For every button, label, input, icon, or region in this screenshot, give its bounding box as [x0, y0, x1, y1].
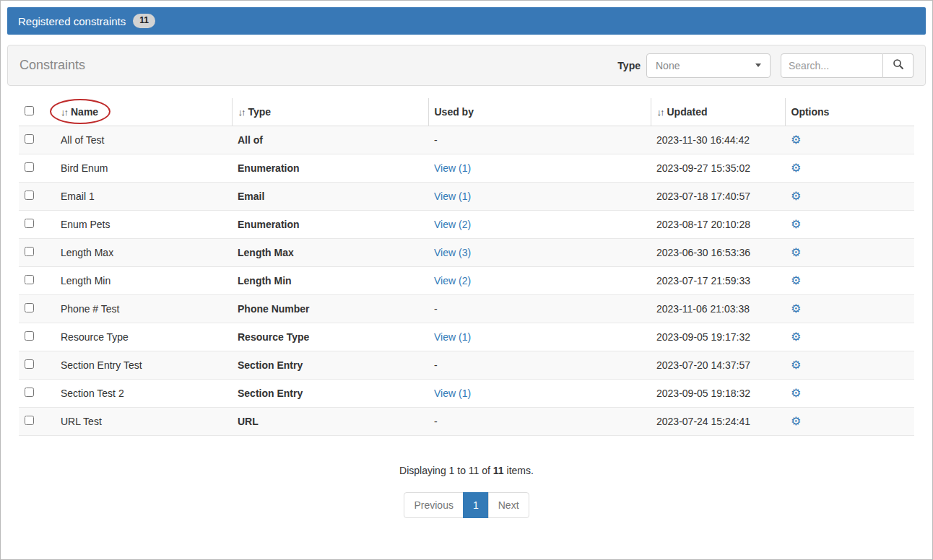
row-checkbox[interactable]: [25, 191, 34, 200]
table-row: Resource Type Resource Type View (1) 202…: [19, 323, 914, 351]
cell-name: Enum Pets: [55, 211, 232, 239]
row-checkbox[interactable]: [25, 388, 34, 397]
column-header-options: Options: [785, 98, 914, 126]
row-checkbox[interactable]: [25, 162, 34, 172]
cell-updated: 2023-09-05 19:18:32: [651, 380, 785, 408]
cell-updated: 2023-08-17 20:10:28: [651, 211, 785, 239]
pagination-next[interactable]: Next: [488, 492, 529, 518]
panel-title: Constraints: [19, 58, 85, 73]
row-select-cell: [19, 351, 55, 380]
gear-icon[interactable]: ⚙: [791, 359, 801, 371]
type-filter-label: Type: [617, 60, 641, 71]
search-group: [781, 53, 914, 78]
gear-icon[interactable]: ⚙: [791, 331, 801, 343]
cell-options: ⚙: [785, 408, 914, 436]
cell-name: Resource Type: [55, 323, 232, 351]
row-checkbox[interactable]: [25, 331, 34, 341]
column-header-name[interactable]: ↓↑Name: [55, 98, 232, 126]
search-input[interactable]: [781, 53, 883, 78]
cell-options: ⚙: [785, 351, 914, 380]
cell-type: Section Entry: [232, 380, 428, 408]
row-checkbox[interactable]: [25, 303, 34, 312]
select-all-checkbox[interactable]: [25, 106, 34, 115]
cell-options: ⚙: [785, 126, 914, 154]
gear-icon[interactable]: ⚙: [791, 218, 801, 230]
search-button[interactable]: [883, 53, 914, 78]
cell-type: Phone Number: [232, 295, 428, 323]
pagination-page-1[interactable]: 1: [463, 492, 489, 518]
table-row: Bird Enum Enumeration View (1) 2023-09-2…: [19, 154, 914, 183]
gear-icon[interactable]: ⚙: [791, 274, 801, 286]
row-select-cell: [19, 408, 55, 436]
used-by-link[interactable]: View (1): [434, 162, 471, 174]
row-select-cell: [19, 380, 55, 408]
cell-type: Section Entry: [232, 351, 428, 380]
row-checkbox[interactable]: [25, 134, 34, 144]
cell-updated: 2023-07-24 15:24:41: [651, 408, 785, 436]
cell-updated: 2023-11-06 21:03:38: [651, 295, 785, 323]
used-by-link[interactable]: View (1): [434, 388, 471, 399]
name-header-wrap: ↓↑Name: [61, 106, 98, 118]
column-label-options: Options: [791, 106, 830, 118]
used-by-link[interactable]: View (2): [434, 275, 471, 286]
row-checkbox[interactable]: [25, 219, 34, 228]
row-select-cell: [19, 211, 55, 239]
cell-options: ⚙: [785, 183, 914, 211]
table-row: Section Test 2 Section Entry View (1) 20…: [19, 380, 914, 408]
sort-icon: ↓↑: [657, 107, 664, 118]
cell-name: URL Test: [55, 408, 232, 436]
gear-icon[interactable]: ⚙: [791, 387, 801, 399]
row-checkbox[interactable]: [25, 416, 34, 425]
used-by-link[interactable]: View (1): [434, 191, 471, 202]
type-filter-select[interactable]: None: [646, 53, 771, 78]
used-by-link[interactable]: View (1): [434, 331, 471, 343]
cell-used-by: -: [428, 408, 651, 436]
row-checkbox[interactable]: [25, 359, 34, 369]
gear-icon[interactable]: ⚙: [791, 415, 801, 427]
cell-used-by: -: [428, 351, 651, 380]
column-header-updated[interactable]: ↓↑Updated: [651, 98, 785, 126]
column-label-type: Type: [248, 106, 272, 118]
cell-used-by: View (1): [428, 183, 651, 211]
cell-used-by: View (2): [428, 267, 651, 295]
cell-name: Email 1: [55, 183, 232, 211]
cell-options: ⚙: [785, 380, 914, 408]
cell-name: All of Test: [55, 126, 232, 154]
cell-type: All of: [232, 126, 428, 154]
search-icon: [893, 58, 904, 72]
table-body: All of Test All of - 2023-11-30 16:44:42…: [19, 126, 914, 436]
constraints-table: ↓↑Name ↓↑Type Used by ↓↑Updated Opti: [19, 98, 914, 436]
gear-icon[interactable]: ⚙: [791, 162, 801, 174]
cell-updated: 2023-11-30 16:44:42: [651, 126, 785, 154]
cell-options: ⚙: [785, 154, 914, 183]
cell-options: ⚙: [785, 239, 914, 267]
cell-name: Length Max: [55, 239, 232, 267]
cell-updated: 2023-09-05 19:17:32: [651, 323, 785, 351]
used-by-link[interactable]: View (3): [434, 247, 471, 258]
gear-icon[interactable]: ⚙: [791, 134, 801, 146]
cell-updated: 2023-07-20 14:37:57: [651, 351, 785, 380]
row-select-cell: [19, 183, 55, 211]
gear-icon[interactable]: ⚙: [791, 246, 801, 258]
row-select-cell: [19, 126, 55, 154]
summary-suffix: items.: [504, 465, 534, 476]
count-badge: 11: [133, 14, 155, 27]
column-header-type[interactable]: ↓↑Type: [232, 98, 428, 126]
table-row: URL Test URL - 2023-07-24 15:24:41 ⚙: [19, 408, 914, 436]
row-checkbox[interactable]: [25, 275, 34, 284]
row-select-cell: [19, 239, 55, 267]
used-by-link[interactable]: View (2): [434, 219, 471, 230]
gear-icon[interactable]: ⚙: [791, 302, 801, 315]
panel-controls: Type None: [617, 53, 914, 78]
sort-icon: ↓↑: [238, 107, 245, 118]
row-select-cell: [19, 154, 55, 183]
results-summary: Displaying 1 to 11 of 11 items.: [7, 465, 926, 476]
row-checkbox[interactable]: [25, 247, 34, 256]
cell-options: ⚙: [785, 267, 914, 295]
pagination-previous[interactable]: Previous: [404, 492, 463, 518]
gear-icon[interactable]: ⚙: [791, 190, 801, 202]
titlebar: Registered constraints 11: [7, 7, 926, 35]
table-row: Phone # Test Phone Number - 2023-11-06 2…: [19, 295, 914, 323]
cell-type: Enumeration: [232, 154, 428, 183]
column-header-used-by: Used by: [428, 98, 651, 126]
